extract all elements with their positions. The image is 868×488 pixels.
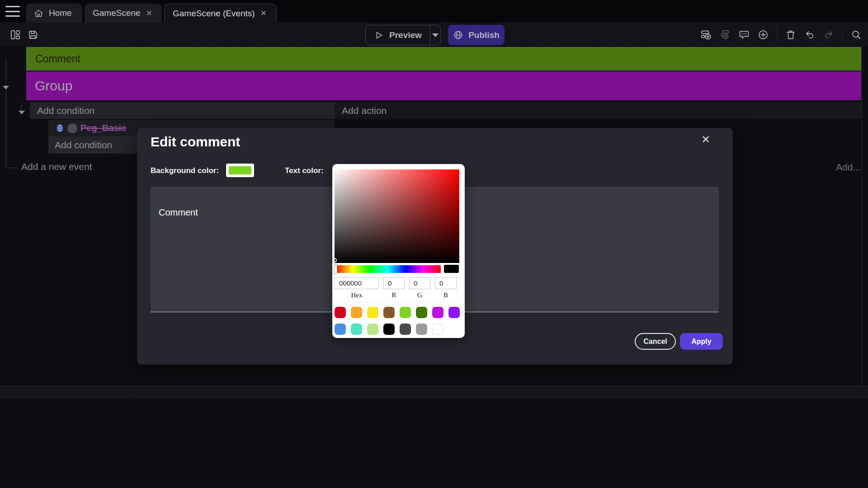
background-color-value [229, 166, 251, 174]
menu-hamburger-icon[interactable] [5, 6, 20, 17]
tab-gamescene-events[interactable]: GameScene (Events) ✕ [164, 4, 277, 23]
add-condition-button[interactable]: Add condition [30, 102, 335, 119]
group-event-label: Group [26, 78, 72, 94]
trash-icon[interactable] [785, 29, 796, 40]
preset-color-swatch[interactable] [383, 307, 395, 318]
preset-color-swatch[interactable] [351, 307, 362, 318]
tab-close-icon[interactable]: ✕ [146, 9, 152, 18]
tab-gamescene[interactable]: GameScene ✕ [85, 4, 162, 23]
preview-dropdown-button[interactable] [430, 33, 440, 37]
green-label: G [409, 291, 430, 299]
hue-slider-handle[interactable] [334, 264, 337, 274]
sheet-border [862, 47, 862, 386]
background-color-label: Background color: [151, 166, 219, 175]
background-color-swatch[interactable] [226, 164, 254, 177]
preset-color-swatch[interactable] [432, 307, 443, 318]
tree-line [6, 168, 18, 168]
add-more-button[interactable]: Add... [836, 162, 861, 173]
dialog-title: Edit comment [151, 134, 240, 150]
add-condition-label: Add condition [30, 105, 94, 116]
red-input[interactable] [383, 277, 405, 289]
preset-color-swatch[interactable] [335, 324, 346, 335]
behavior-icon [56, 124, 64, 132]
home-icon [34, 9, 43, 18]
preset-color-swatch[interactable] [367, 307, 378, 318]
globe-icon [453, 30, 463, 40]
add-comment-icon[interactable] [739, 29, 750, 40]
add-action-label: Add action [335, 105, 387, 116]
picker-divider [332, 302, 465, 303]
hex-label: Hex [335, 291, 379, 299]
tab-label: GameScene (Events) [173, 9, 255, 19]
preset-swatch-row [335, 324, 443, 335]
cancel-button[interactable]: Cancel [635, 333, 676, 350]
hex-input[interactable] [335, 277, 379, 289]
chevron-down-icon [432, 33, 439, 37]
publish-button[interactable]: Publish [448, 25, 505, 45]
collapse-arrow-icon[interactable] [3, 86, 9, 89]
green-input[interactable] [409, 277, 430, 289]
toolbar-divider [842, 27, 843, 42]
preset-color-swatch[interactable] [416, 324, 427, 335]
redo-icon[interactable] [823, 29, 834, 40]
group-event[interactable]: Group [26, 71, 861, 100]
collapse-arrow-icon[interactable] [19, 111, 25, 114]
publish-label: Publish [468, 30, 500, 40]
close-icon[interactable]: ✕ [698, 131, 714, 148]
preset-color-swatch[interactable] [367, 324, 378, 335]
comment-event-label: Comment [27, 53, 80, 65]
events-toolbar-icons [701, 26, 862, 43]
blue-input[interactable] [435, 277, 457, 289]
preset-color-swatch[interactable] [432, 324, 443, 335]
tree-line [21, 102, 22, 111]
add-event-icon[interactable] [701, 29, 712, 40]
tab-bar: Home GameScene ✕ GameScene (Events) ✕ [0, 0, 868, 23]
object-thumbnail [67, 123, 77, 133]
text-color-label: Text color: [285, 166, 324, 175]
saturation-cursor[interactable] [332, 258, 337, 263]
save-icon[interactable] [28, 29, 38, 40]
add-circle-icon[interactable] [758, 29, 769, 40]
red-label: R [383, 291, 405, 299]
tree-line [6, 59, 6, 168]
preset-color-swatch[interactable] [400, 307, 411, 318]
object-name-label: Peg_Basic [80, 123, 126, 133]
hue-slider[interactable] [335, 265, 441, 273]
tab-close-icon[interactable]: ✕ [260, 9, 267, 18]
preview-label: Preview [389, 30, 422, 40]
sheet-bottom-strip [0, 386, 868, 399]
tab-label: Home [49, 8, 72, 18]
toolbar-divider [777, 27, 777, 42]
saturation-area[interactable] [335, 169, 459, 263]
add-condition-label: Add condition [48, 140, 112, 150]
tab-label: GameScene [93, 8, 141, 18]
add-action-button[interactable]: Add action [335, 102, 862, 119]
comment-event[interactable]: Comment [26, 47, 861, 70]
play-icon [374, 30, 384, 40]
preview-button-main[interactable]: Preview [366, 30, 430, 40]
color-picker-popup: Hex R G B [332, 164, 465, 338]
preview-button[interactable]: Preview [365, 25, 441, 45]
preset-color-swatch[interactable] [335, 307, 346, 318]
apply-button[interactable]: Apply [680, 333, 723, 350]
preset-swatch-row [335, 307, 460, 318]
preset-color-swatch[interactable] [416, 307, 427, 318]
current-color-preview [444, 265, 459, 273]
preset-color-swatch[interactable] [351, 324, 362, 335]
panels-icon[interactable] [10, 29, 21, 40]
preset-color-swatch[interactable] [448, 307, 460, 318]
preset-color-swatch[interactable] [400, 324, 411, 335]
undo-icon[interactable] [804, 29, 815, 40]
search-icon[interactable] [851, 29, 862, 40]
add-new-event-button[interactable]: Add a new event [21, 161, 92, 172]
blue-label: B [435, 291, 457, 299]
add-subevent-icon[interactable] [720, 29, 731, 40]
preset-color-swatch[interactable] [383, 324, 395, 335]
tab-home[interactable]: Home [26, 4, 82, 23]
